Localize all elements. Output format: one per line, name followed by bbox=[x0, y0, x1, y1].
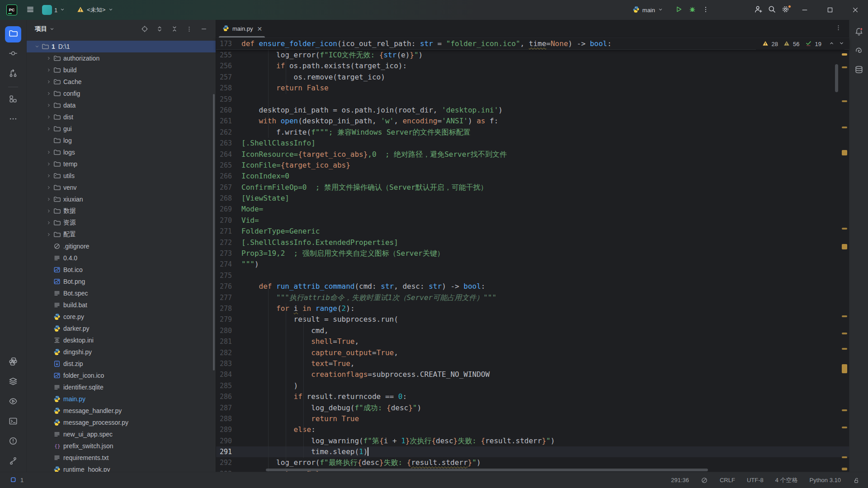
tree-item-Bot.ico[interactable]: Bot.ico bbox=[27, 264, 216, 276]
chevron-right-icon[interactable] bbox=[44, 91, 53, 96]
more-icon[interactable] bbox=[186, 26, 193, 33]
python-interpreter[interactable]: Python 3.10 bbox=[810, 477, 841, 483]
line-number[interactable]: 267 bbox=[216, 182, 241, 193]
line-number[interactable]: 278 bbox=[216, 303, 241, 314]
line-number[interactable]: 270 bbox=[216, 215, 241, 226]
line-number[interactable]: 288 bbox=[216, 413, 241, 424]
code-line-287[interactable]: 287 log_debug(f"成功: {desc}") bbox=[216, 403, 849, 413]
run-configuration-selector[interactable]: main bbox=[630, 3, 665, 17]
code-line-280[interactable]: 280 cmd, bbox=[216, 325, 849, 336]
tree-item-temp[interactable]: temp bbox=[27, 158, 216, 170]
chevron-down-icon[interactable] bbox=[32, 44, 42, 49]
code-line-266[interactable]: 266IconIndex=0 bbox=[216, 171, 849, 182]
code-line-261[interactable]: 261 with open(desktop_ini_path, 'w', enc… bbox=[216, 116, 849, 127]
code-line-290[interactable]: 290 log_warning(f"第{i + 1}次执行{desc}失败: {… bbox=[216, 436, 849, 446]
line-number[interactable]: 283 bbox=[216, 358, 241, 369]
code-line-288[interactable]: 288 return True bbox=[216, 413, 849, 424]
tree-item-prefix_switch.json[interactable]: {}prefix_switch.json bbox=[27, 440, 216, 452]
tree-item-utils[interactable]: utils bbox=[27, 170, 216, 182]
version-control-button[interactable] bbox=[5, 454, 21, 470]
chevron-right-icon[interactable] bbox=[44, 114, 53, 120]
python-console-button[interactable] bbox=[5, 394, 21, 410]
commit-button[interactable] bbox=[5, 46, 21, 62]
line-number[interactable]: 274 bbox=[216, 259, 241, 270]
line-number[interactable]: 257 bbox=[216, 72, 241, 83]
line-number[interactable]: 266 bbox=[216, 171, 241, 182]
tree-item-logs[interactable]: logs bbox=[27, 146, 216, 158]
chevron-right-icon[interactable] bbox=[44, 232, 53, 237]
search-everywhere-button[interactable] bbox=[765, 3, 778, 17]
code-line-272[interactable]: 272[.ShellClassInfo.ExtendedProperties] bbox=[216, 237, 849, 248]
code-line-265[interactable]: 265IconFile={target_ico_abs} bbox=[216, 160, 849, 171]
project-widget[interactable]: 1 bbox=[10, 476, 24, 484]
chevron-right-icon[interactable] bbox=[44, 197, 53, 202]
tree-item-build.bat[interactable]: build.bat bbox=[27, 299, 216, 311]
highlighting-level-icon[interactable] bbox=[701, 477, 708, 484]
close-tab-icon[interactable]: ✕ bbox=[257, 25, 263, 33]
code-line-275[interactable]: 275 bbox=[216, 270, 849, 281]
previous-problem-button[interactable] bbox=[829, 40, 835, 47]
tree-item-config[interactable]: config bbox=[27, 88, 216, 99]
line-number[interactable]: 263 bbox=[216, 138, 241, 149]
notifications-button[interactable] bbox=[852, 25, 866, 40]
code-line-286[interactable]: 286 if result.returncode == 0: bbox=[216, 391, 849, 402]
tree-item-requirements.txt[interactable]: requirements.txt bbox=[27, 452, 216, 464]
tree-item-配置[interactable]: 配置 bbox=[27, 229, 216, 240]
hide-icon[interactable] bbox=[200, 25, 208, 33]
code-line-292[interactable]: 292 log_error(f"最终执行{desc}失败: {result.st… bbox=[216, 457, 849, 468]
code-line-276[interactable]: 276 def run_attrib_command(cmd: str, des… bbox=[216, 281, 849, 292]
collapse-all-icon[interactable] bbox=[171, 25, 178, 33]
code-line-264[interactable]: 264IconResource={target_ico_abs},0 ; 绝对路… bbox=[216, 149, 849, 160]
line-number[interactable]: 290 bbox=[216, 436, 241, 446]
line-number[interactable]: 269 bbox=[216, 204, 241, 215]
tree-item-0.4.0[interactable]: 0.4.0 bbox=[27, 252, 216, 264]
tree-item-darker.py[interactable]: darker.py bbox=[27, 323, 216, 334]
horizontal-scrollbar[interactable] bbox=[266, 469, 708, 471]
tree-item-main.py[interactable]: main.py bbox=[27, 393, 216, 405]
main-menu-button[interactable] bbox=[24, 3, 37, 17]
chevron-right-icon[interactable] bbox=[44, 56, 53, 61]
line-number[interactable]: 284 bbox=[216, 369, 241, 380]
sticky-line[interactable]: 173 def ensure_folder_icon(ico_out_rel_p… bbox=[216, 38, 849, 50]
line-number[interactable]: 282 bbox=[216, 347, 241, 358]
line-number[interactable]: 265 bbox=[216, 160, 241, 171]
line-number[interactable]: 291 bbox=[216, 446, 241, 457]
python-packages-button[interactable] bbox=[5, 354, 21, 371]
code-line-258[interactable]: 258 return False bbox=[216, 83, 849, 94]
code-line-263[interactable]: 263[.ShellClassInfo] bbox=[216, 138, 849, 149]
line-number[interactable]: 287 bbox=[216, 403, 241, 413]
settings-button[interactable] bbox=[778, 3, 792, 17]
more-tool-windows-button[interactable] bbox=[5, 112, 21, 128]
maximize-button[interactable] bbox=[817, 0, 843, 20]
unlock-icon[interactable] bbox=[853, 477, 860, 484]
pull-requests-button[interactable] bbox=[5, 66, 21, 82]
tree-item-数据[interactable]: 数据 bbox=[27, 205, 216, 217]
vertical-scrollbar[interactable] bbox=[835, 64, 838, 92]
tree-item-desktop.ini[interactable]: desktop.ini bbox=[27, 334, 216, 346]
code-line-267[interactable]: 267ConfirmFileOp=0 ; 禁用文件操作确认（Server默认开启… bbox=[216, 182, 849, 193]
run-button[interactable] bbox=[672, 3, 685, 17]
chevron-right-icon[interactable] bbox=[44, 161, 53, 167]
code-line-260[interactable]: 260 desktop_ini_path = os.path.join(root… bbox=[216, 105, 849, 116]
tree-item-log[interactable]: log bbox=[27, 135, 216, 146]
tree-item-资源[interactable]: 资源 bbox=[27, 217, 216, 229]
tree-item-dingshi.py[interactable]: dingshi.py bbox=[27, 346, 216, 358]
more-actions-button[interactable] bbox=[699, 3, 712, 17]
terminal-button[interactable] bbox=[5, 414, 21, 430]
code-line-282[interactable]: 282 capture_output=True, bbox=[216, 347, 849, 358]
minimize-button[interactable] bbox=[792, 0, 817, 20]
problems-button[interactable] bbox=[5, 434, 21, 450]
services-button[interactable] bbox=[5, 374, 21, 390]
code-line-270[interactable]: 270Vid= bbox=[216, 215, 849, 226]
chevron-right-icon[interactable] bbox=[44, 220, 53, 225]
ai-assistant-button[interactable] bbox=[852, 44, 866, 59]
line-number[interactable]: 285 bbox=[216, 380, 241, 391]
code-with-me-button[interactable] bbox=[751, 3, 765, 17]
chevron-right-icon[interactable] bbox=[44, 79, 53, 84]
code-editor[interactable]: 255 log_error(f"ICO文件无效: {str(e)}")256 i… bbox=[216, 50, 849, 472]
line-number[interactable]: 273 bbox=[216, 248, 241, 259]
code-line-281[interactable]: 281 shell=True, bbox=[216, 336, 849, 347]
code-line-269[interactable]: 269Mode= bbox=[216, 204, 849, 215]
code-line-289[interactable]: 289 else: bbox=[216, 424, 849, 435]
code-line-285[interactable]: 285 ) bbox=[216, 380, 849, 391]
